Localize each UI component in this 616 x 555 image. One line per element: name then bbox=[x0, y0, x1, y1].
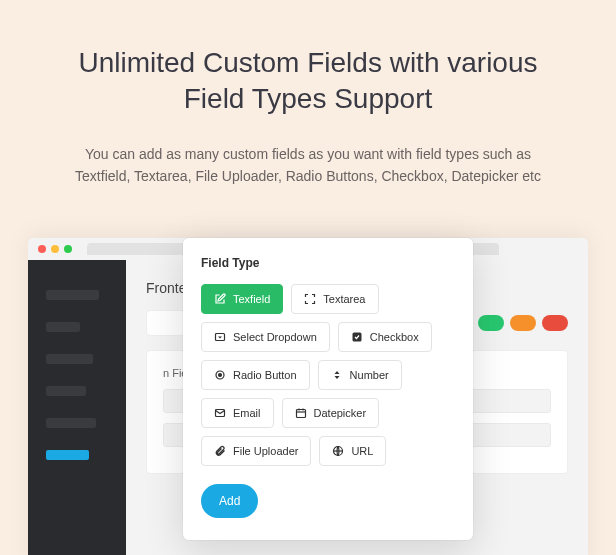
option-label: Radio Button bbox=[233, 369, 297, 381]
option-label: Email bbox=[233, 407, 261, 419]
status-pills bbox=[478, 310, 568, 336]
edit-icon bbox=[214, 293, 226, 305]
sidebar-item[interactable] bbox=[46, 418, 96, 428]
option-label: Select Dropdown bbox=[233, 331, 317, 343]
option-label: Datepicker bbox=[314, 407, 367, 419]
calendar-icon bbox=[295, 407, 307, 419]
option-label: Checkbox bbox=[370, 331, 419, 343]
paperclip-icon bbox=[214, 445, 226, 457]
popover-title: Field Type bbox=[201, 256, 455, 270]
option-number[interactable]: Number bbox=[318, 360, 402, 390]
dropdown-icon bbox=[214, 331, 226, 343]
sidebar bbox=[28, 260, 126, 555]
svg-rect-5 bbox=[296, 409, 305, 417]
checkbox-icon bbox=[351, 331, 363, 343]
field-type-popover: Field Type Texfield Textarea Select Drop… bbox=[183, 238, 473, 540]
svg-point-3 bbox=[219, 373, 222, 376]
add-button[interactable]: Add bbox=[201, 484, 258, 518]
tab-placeholder[interactable] bbox=[87, 243, 187, 255]
option-label: File Uploader bbox=[233, 445, 298, 457]
option-textarea[interactable]: Textarea bbox=[291, 284, 378, 314]
status-badge bbox=[542, 315, 568, 331]
option-url[interactable]: URL bbox=[319, 436, 386, 466]
page-title: Unlimited Custom Fields with various Fie… bbox=[60, 45, 556, 118]
option-label: URL bbox=[351, 445, 373, 457]
sidebar-item-active[interactable] bbox=[46, 450, 89, 460]
sort-icon bbox=[331, 369, 343, 381]
hero: Unlimited Custom Fields with various Fie… bbox=[0, 0, 616, 208]
option-checkbox[interactable]: Checkbox bbox=[338, 322, 432, 352]
option-label: Texfield bbox=[233, 293, 270, 305]
status-badge bbox=[478, 315, 504, 331]
option-email[interactable]: Email bbox=[201, 398, 274, 428]
expand-icon bbox=[304, 293, 316, 305]
close-icon[interactable] bbox=[38, 245, 46, 253]
page-description: You can add as many custom fields as you… bbox=[60, 143, 556, 188]
option-select-dropdown[interactable]: Select Dropdown bbox=[201, 322, 330, 352]
sidebar-item[interactable] bbox=[46, 322, 80, 332]
option-label: Textarea bbox=[323, 293, 365, 305]
sidebar-item[interactable] bbox=[46, 386, 86, 396]
option-datepicker[interactable]: Datepicker bbox=[282, 398, 380, 428]
status-badge bbox=[510, 315, 536, 331]
mail-icon bbox=[214, 407, 226, 419]
maximize-icon[interactable] bbox=[64, 245, 72, 253]
option-radio-button[interactable]: Radio Button bbox=[201, 360, 310, 390]
globe-icon bbox=[332, 445, 344, 457]
radio-icon bbox=[214, 369, 226, 381]
sidebar-item[interactable] bbox=[46, 354, 93, 364]
option-label: Number bbox=[350, 369, 389, 381]
mockup-stage: Fronte n Field bbox=[28, 238, 588, 555]
field-type-options: Texfield Textarea Select Dropdown Checkb… bbox=[201, 284, 455, 466]
sidebar-item[interactable] bbox=[46, 290, 99, 300]
minimize-icon[interactable] bbox=[51, 245, 59, 253]
option-file-uploader[interactable]: File Uploader bbox=[201, 436, 311, 466]
option-textfield[interactable]: Texfield bbox=[201, 284, 283, 314]
